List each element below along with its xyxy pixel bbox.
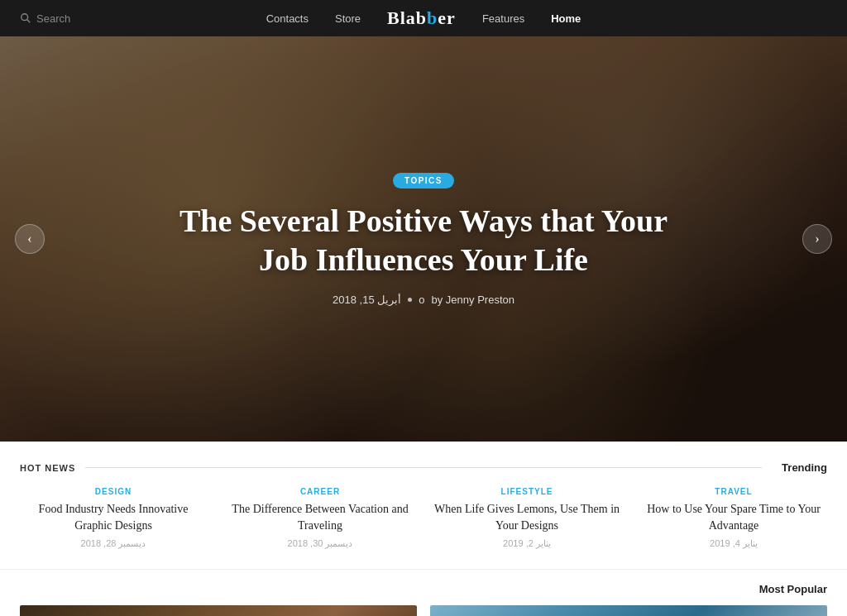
news-card-4[interactable]: TRAVEL How to Use Your Spare Time to You…: [640, 487, 827, 549]
popular-grid: [20, 605, 827, 616]
hot-news-section: HOT NEWS Trending DESIGN Food Industry N…: [0, 442, 847, 570]
search-area[interactable]: Search: [20, 12, 70, 25]
hero-meta-dot: [408, 298, 412, 302]
news-card-2[interactable]: CAREER The Difference Between Vacation a…: [227, 487, 414, 549]
news-card-3[interactable]: LIFESTYLE When Life Gives Lemons, Use Th…: [433, 487, 620, 549]
trending-label: Trending: [782, 461, 827, 474]
news-date-4: يناير 4, 2019: [640, 538, 827, 549]
section-divider: [85, 467, 762, 468]
hero-meta: أبريل 15, 2018 o by Jenny Preston: [333, 294, 514, 306]
search-icon: [20, 12, 31, 24]
nav-features[interactable]: Features: [482, 12, 524, 25]
main-nav: Contacts Store Blabber Features Home: [266, 7, 581, 29]
news-date-2: ديسمبر 30, 2018: [227, 538, 414, 549]
most-popular-label: Most Popular: [759, 583, 827, 595]
svg-line-1: [27, 20, 31, 23]
navbar: Search Contacts Store Blabber Features H…: [0, 0, 847, 36]
news-title-4: How to Use Your Spare Time to Your Advan…: [640, 501, 827, 533]
news-title-1: Food Industry Needs Innovative Graphic D…: [20, 501, 207, 533]
hero-content: TOPICS The Several Positive Ways that Yo…: [0, 36, 847, 442]
news-category-2: CAREER: [227, 487, 414, 496]
nav-contacts[interactable]: Contacts: [266, 12, 309, 25]
nav-store[interactable]: Store: [335, 12, 361, 25]
popular-card-1[interactable]: [20, 605, 417, 616]
news-date-1: ديسمبر 28, 2018: [20, 538, 207, 549]
hero-dot: o: [419, 294, 424, 306]
svg-point-0: [22, 14, 28, 21]
search-placeholder: Search: [36, 12, 70, 25]
hero-date: أبريل 15, 2018: [333, 294, 401, 306]
news-date-3: يناير 2, 2019: [433, 538, 620, 549]
site-logo[interactable]: Blabber: [387, 7, 456, 29]
hero-title: The Several Positive Ways that Your Job …: [165, 202, 682, 280]
hero-author: by Jenny Preston: [432, 294, 514, 306]
nav-home[interactable]: Home: [551, 12, 581, 25]
hot-news-label: HOT NEWS: [20, 463, 75, 473]
section-header: HOT NEWS Trending: [20, 461, 827, 474]
news-category-4: TRAVEL: [640, 487, 827, 496]
hero-badge: TOPICS: [393, 173, 454, 189]
news-category-3: LIFESTYLE: [433, 487, 620, 496]
news-card-1[interactable]: DESIGN Food Industry Needs Innovative Gr…: [20, 487, 207, 549]
news-title-2: The Difference Between Vacation and Trav…: [227, 501, 414, 533]
hero-section: ‹ TOPICS The Several Positive Ways that …: [0, 36, 847, 442]
news-grid: DESIGN Food Industry Needs Innovative Gr…: [20, 487, 827, 549]
news-title-3: When Life Gives Lemons, Use Them in Your…: [433, 501, 620, 533]
most-popular-header: Most Popular: [20, 583, 827, 595]
popular-card-2[interactable]: [430, 605, 827, 616]
hero-next-button[interactable]: ›: [802, 224, 832, 254]
news-category-1: DESIGN: [20, 487, 207, 496]
most-popular-section: Most Popular: [0, 570, 847, 616]
